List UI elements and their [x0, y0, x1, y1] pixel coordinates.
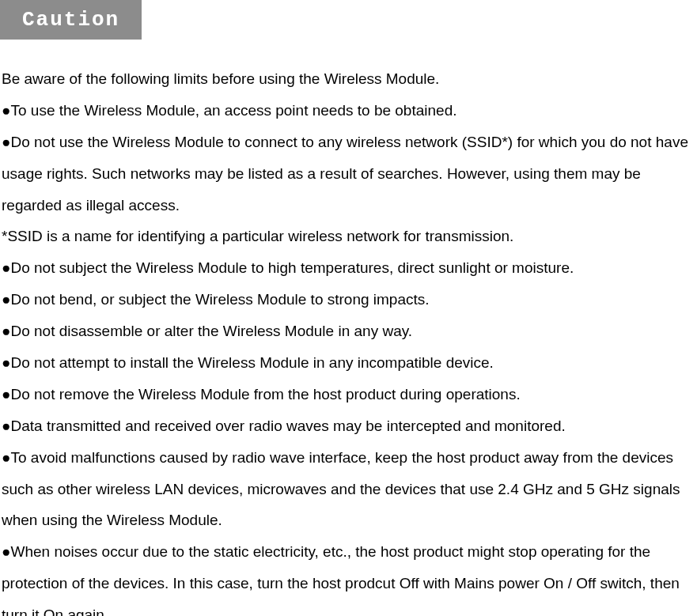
bullet-item-10: ●When noises occur due to the static ele…	[2, 536, 697, 616]
bullet-item-9: ●To avoid malfunctions caused by radio w…	[2, 442, 697, 537]
ssid-note: *SSID is a name for identifying a partic…	[2, 221, 697, 252]
bullet-item-2: ●Do not use the Wireless Module to conne…	[2, 127, 697, 221]
bullet-item-6: ●Do not attempt to install the Wireless …	[2, 347, 697, 379]
caution-content: Be aware of the following limits before …	[0, 63, 697, 616]
bullet-item-8: ●Data transmitted and received over radi…	[2, 410, 697, 442]
bullet-item-3: ●Do not subject the Wireless Module to h…	[2, 252, 697, 284]
intro-text: Be aware of the following limits before …	[2, 63, 697, 95]
bullet-item-1: ●To use the Wireless Module, an access p…	[2, 95, 697, 127]
bullet-item-7: ●Do not remove the Wireless Module from …	[2, 379, 697, 410]
bullet-item-4: ●Do not bend, or subject the Wireless Mo…	[2, 284, 697, 316]
caution-header-badge: Caution	[0, 0, 142, 40]
bullet-item-5: ●Do not disassemble or alter the Wireles…	[2, 316, 697, 347]
